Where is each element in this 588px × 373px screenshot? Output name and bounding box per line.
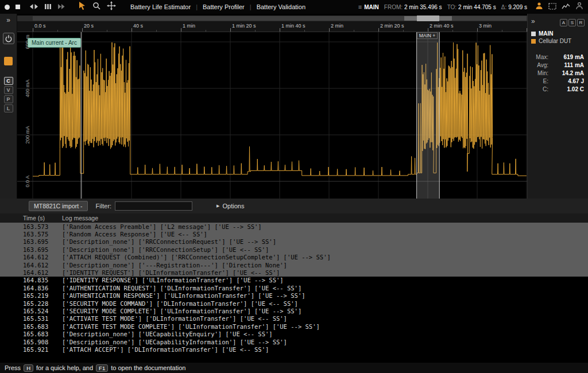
channel-toggle-l[interactable]: L [4,104,13,112]
log-message: ['Description_none'] ['UECapabilityEnqui… [62,331,273,337]
tab-battery-profiler[interactable]: Battery Profiler [198,3,250,10]
log-table-body[interactable]: 163.573['Random Access Preamble'] ['L2 m… [0,223,588,363]
time-tick-minor [452,30,453,32]
status-bar: Press H for a quick help, and F1 to open… [0,363,588,373]
search-icon[interactable] [92,2,101,13]
markers-icon[interactable] [44,2,52,12]
stat-value: 4.67 J [552,78,584,84]
channel-color-swatch[interactable] [4,57,13,65]
time-tick [527,28,527,32]
channel-toggles: CVPL [4,77,13,112]
tab-bar: Battery Life Estimator|Battery Profiler|… [125,3,311,10]
log-time: 165.683 [23,331,62,337]
log-message: ['ACTIVATE TEST MODE COMPLETE'] ['ULInfo… [62,323,320,330]
time-tick-label: 1 min 20 s [232,23,256,29]
time-tick [82,28,83,32]
from-label: FROM: [384,4,403,10]
power-button[interactable] [3,33,14,44]
account-icon[interactable] [535,2,543,12]
log-message: ['IDENTITY RESPONSE'] ['ULInformationTra… [62,277,284,283]
log-table-header: Time (s) Log message [0,213,588,223]
time-tick-label: 2 min 40 s [430,23,454,29]
time-tick [131,28,132,32]
stat-label: Min: [531,70,548,76]
table-row[interactable]: 163.695['Description_none'] ['RRCConnect… [0,238,588,246]
table-row[interactable]: 164.612['Description_none'] ['---Registr… [0,261,588,269]
stat-value: 619 mA [552,54,584,60]
time-tick-minor [255,30,256,32]
fit-view-icon[interactable] [29,2,38,12]
y-tick-label: 400 mA [25,78,30,99]
log-time: 163.575 [23,231,62,238]
selection-label-chip[interactable]: MAIN + [417,32,438,39]
legend-item[interactable]: MAIN [531,30,585,37]
table-row[interactable]: 164.612['ATTACH REQUEST (Combined)'] ['R… [0,254,588,261]
chart-button-a[interactable]: A [560,19,567,26]
measurement-readout: ≡ MAIN FROM: 2 min 35.496 s TO: 2 min 44… [358,3,527,10]
table-row[interactable]: 164.836['AUTHENTICATION REQUEST'] ['DLIn… [0,284,588,292]
filter-input[interactable] [115,201,192,211]
chart-side-panel: » ASR MAINCellular DUT Max:619 mAAvg:111… [527,14,588,199]
stat-label: C: [531,86,548,92]
time-tick [428,28,428,32]
measurement-channel: MAIN [364,4,379,10]
time-tick [280,28,280,32]
legend-label: MAIN [539,30,554,37]
time-tick [329,28,330,32]
profile-icon[interactable] [575,2,583,12]
trace-label-chip[interactable]: Main current - Arc [28,38,81,48]
y-tick-label: 200 mA [25,125,30,145]
waveform-svg[interactable] [17,32,527,199]
time-ruler[interactable]: 0.0 s20 s40 s1 min1 min 20 s1 min 40 s2 … [17,21,527,32]
options-toggle[interactable]: ▶ Options [216,203,244,209]
play-forward-icon[interactable] [57,2,65,12]
table-row[interactable]: 163.575['Random Access Response'] ['UE <… [0,230,588,238]
table-row[interactable]: 165.908['Description_none'] ['UECapabili… [0,338,588,345]
docs-key: F1 [96,364,108,372]
time-tick [33,28,33,32]
table-row[interactable]: 165.524['SECURITY MODE COMPLETE'] ['ULIn… [0,307,588,314]
time-tick-minor [156,30,157,32]
legend-label: Cellular DUT [539,38,571,44]
fullscreen-icon[interactable] [548,2,556,12]
selection-region[interactable] [417,32,440,199]
options-arrow-icon: ▶ [216,204,219,208]
channel-toggle-v[interactable]: V [4,86,13,94]
delta-value: 9.209 s [508,4,527,10]
log-time: 165.228 [23,300,62,307]
log-time: 165.921 [23,346,62,353]
table-row[interactable]: 163.573['Random Access Preamble'] ['L2 m… [0,223,588,230]
plot-area[interactable]: Main current - Arc MAIN + 600 m400 mA200… [17,32,527,199]
record-icon[interactable] [5,5,10,10]
table-row[interactable]: 165.228['SECURITY MODE COMMAND'] ['DLInf… [0,300,588,307]
log-time: 165.219 [23,292,62,299]
chart-scrollbar[interactable] [17,15,527,21]
log-message: ['Description_none'] ['RRCConnectionSetu… [62,246,269,253]
cursor-tool-icon[interactable] [78,1,87,13]
pan-tool-icon[interactable] [107,1,116,13]
tab-battery-life-estimator[interactable]: Battery Life Estimator [125,3,196,10]
chart-button-r[interactable]: R [577,19,585,26]
stop-icon[interactable] [16,5,20,9]
log-time: 165.908 [23,339,62,345]
import-button[interactable]: MT8821C import - [29,201,88,211]
expand-toolbar-icon[interactable]: » [6,17,10,24]
chart-button-s[interactable]: S [568,19,576,26]
table-row[interactable]: 165.683['ACTIVATE TEST MODE COMPLETE'] [… [0,323,588,330]
legend-item[interactable]: Cellular DUT [531,37,585,45]
to-label: TO: [447,4,457,10]
scrollbar-selection[interactable] [417,15,440,21]
tab-battery-validation[interactable]: Battery Validation [252,3,311,10]
table-row[interactable]: 165.531['ACTIVATE TEST MODE'] ['DLInform… [0,315,588,323]
collapse-panel-icon[interactable]: » [531,18,535,25]
table-row[interactable]: 164.612['IDENTITY REQUEST'] ['DLInformat… [0,269,588,276]
analytics-icon[interactable] [562,2,570,12]
channel-toggle-p[interactable]: P [4,95,13,103]
table-row[interactable]: 163.695['Description_none'] ['RRCConnect… [0,246,588,253]
channel-toggle-c[interactable]: C [4,77,13,85]
table-row[interactable]: 164.835['IDENTITY RESPONSE'] ['ULInforma… [0,277,588,284]
log-toolbar: MT8821C import - Filter: ▶ Options [0,199,588,213]
table-row[interactable]: 165.683['Description_none'] ['UECapabili… [0,330,588,337]
table-row[interactable]: 165.219['AUTHENTICATION RESPONSE'] ['ULI… [0,292,588,300]
table-row[interactable]: 165.921['ATTACH ACCEPT'] ['DLInformation… [0,345,588,353]
